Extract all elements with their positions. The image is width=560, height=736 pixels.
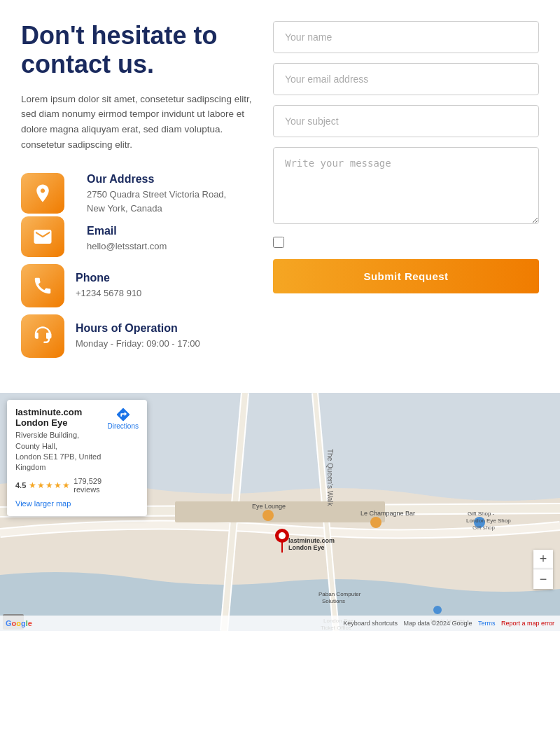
hours-item: Hours of Operation Monday - Friday: 09:0… xyxy=(21,314,259,358)
svg-text:Gift Shop -: Gift Shop - xyxy=(468,511,495,517)
hours-icon-box xyxy=(21,314,64,358)
view-larger-map-link[interactable]: View larger map xyxy=(15,499,71,508)
page-title: Don't hesitate to contact us. xyxy=(21,21,259,79)
message-textarea[interactable] xyxy=(273,147,539,224)
svg-text:London Eye: London Eye xyxy=(288,544,325,551)
svg-text:The Queen's Walk: The Queen's Walk xyxy=(326,449,334,507)
terms-link[interactable]: Terms xyxy=(478,620,496,627)
zoom-controls: + − xyxy=(533,550,553,589)
svg-text:Paban Computer: Paban Computer xyxy=(318,591,361,597)
map-popup: lastminute.com London Eye Riverside Buil… xyxy=(7,400,147,516)
svg-text:Eye Lounge: Eye Lounge xyxy=(252,503,286,510)
phone-title: Phone xyxy=(76,272,141,284)
map-footer: Google Keyboard shortcuts Map data ©2024… xyxy=(0,616,560,631)
map-footer-links: Keyboard shortcuts Map data ©2024 Google… xyxy=(343,620,554,627)
address-line2: New York, Canada xyxy=(87,202,226,216)
review-count: 179,529 reviews xyxy=(74,477,102,494)
email-icon xyxy=(32,226,53,247)
hours-value: Monday - Friday: 09:00 - 17:00 xyxy=(76,337,200,351)
zoom-out-button[interactable]: − xyxy=(533,569,553,589)
svg-point-25 xyxy=(433,606,442,614)
address-icon-box xyxy=(21,173,64,214)
address-line1: 2750 Quadra Street Victoria Road, xyxy=(87,188,226,202)
contact-form: Submit Request xyxy=(273,21,539,365)
svg-point-15 xyxy=(370,517,382,528)
page-description: Lorem ipsum dolor sit amet, consetetur s… xyxy=(21,92,259,152)
svg-text:Solutions: Solutions xyxy=(322,598,345,604)
svg-point-9 xyxy=(262,510,274,521)
hours-info: Hours of Operation Monday - Friday: 09:0… xyxy=(76,322,200,351)
svg-text:Le Champagne Bar: Le Champagne Bar xyxy=(360,510,415,517)
directions-button[interactable]: Directions xyxy=(108,407,139,430)
keyboard-shortcuts[interactable]: Keyboard shortcuts xyxy=(343,620,398,627)
address-email-block: Our Address 2750 Quadra Street Victoria … xyxy=(21,173,259,257)
email-input[interactable] xyxy=(273,63,539,95)
email-value: hello@letsstart.com xyxy=(87,239,226,254)
phone-item: Phone +1234 5678 910 xyxy=(21,264,259,307)
submit-button[interactable]: Submit Request xyxy=(273,259,539,293)
svg-text:Gift shop: Gift shop xyxy=(472,525,496,531)
report-error-link[interactable]: Report a map error xyxy=(501,620,554,627)
rating-stars: ★★★★★ xyxy=(29,480,71,490)
address-email-info: Our Address 2750 Quadra Street Victoria … xyxy=(87,173,226,254)
zoom-in-button[interactable]: + xyxy=(533,550,553,569)
subject-input[interactable] xyxy=(273,105,539,137)
location-icon xyxy=(32,183,53,204)
name-input[interactable] xyxy=(273,21,539,53)
headset-icon xyxy=(32,326,53,347)
email-icon-box xyxy=(21,216,64,257)
left-column: Don't hesitate to contact us. Lorem ipsu… xyxy=(21,21,259,365)
address-title: Our Address xyxy=(87,173,226,186)
agree-checkbox[interactable] xyxy=(273,237,284,248)
address-email-icons xyxy=(21,173,76,257)
phone-value: +1234 5678 910 xyxy=(76,286,141,300)
map-popup-title: lastminute.com London Eye xyxy=(15,407,102,428)
svg-point-12 xyxy=(279,532,286,539)
checkbox-row xyxy=(273,237,539,248)
map-section: The Queen's Walk Eye Lounge lastminute.c… xyxy=(0,393,560,631)
rating-number: 4.5 xyxy=(15,481,26,489)
svg-text:lastminute.com: lastminute.com xyxy=(288,537,335,544)
directions-icon xyxy=(115,407,131,422)
email-title: Email xyxy=(87,225,226,237)
contact-section: Don't hesitate to contact us. Lorem ipsu… xyxy=(0,0,560,393)
phone-icon xyxy=(32,275,53,296)
directions-label: Directions xyxy=(108,422,139,430)
google-logo: Google xyxy=(6,619,32,627)
map-popup-rating: 4.5 ★★★★★ 179,529 reviews xyxy=(15,477,102,494)
phone-info: Phone +1234 5678 910 xyxy=(76,272,141,300)
hours-title: Hours of Operation xyxy=(76,322,200,335)
phone-icon-box xyxy=(21,264,64,307)
map-data: Map data ©2024 Google xyxy=(403,620,472,627)
map-popup-address: Riverside Building, County Hall,London S… xyxy=(15,430,102,473)
svg-text:London Eye Shop: London Eye Shop xyxy=(466,518,511,524)
contact-items: Our Address 2750 Quadra Street Victoria … xyxy=(21,173,259,365)
google-attribution: Google xyxy=(6,619,32,627)
